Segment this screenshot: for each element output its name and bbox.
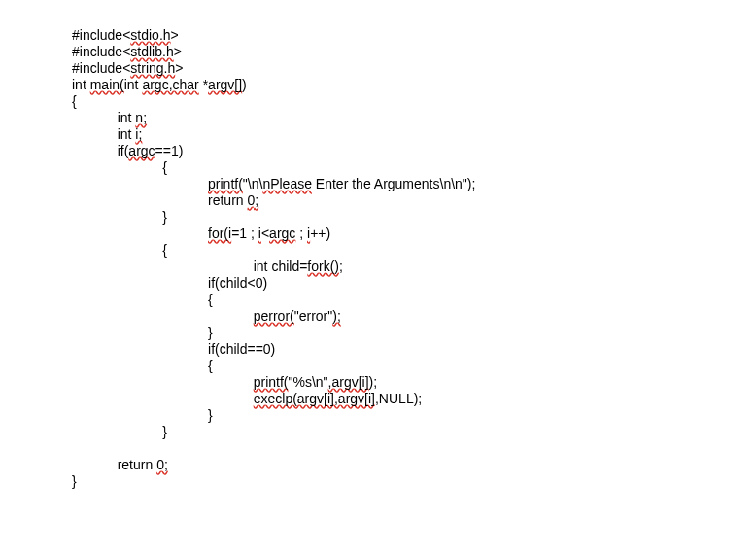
code-text: ) bbox=[242, 77, 247, 92]
code-text bbox=[72, 225, 208, 241]
code-text: } bbox=[72, 407, 213, 423]
spelling-underline: stdio.h bbox=[130, 27, 170, 43]
code-text bbox=[72, 176, 208, 191]
code-line: #include<stdlib.h> bbox=[72, 44, 756, 60]
code-text: int bbox=[72, 77, 86, 92]
code-text bbox=[72, 391, 254, 406]
code-text: int bbox=[124, 77, 139, 92]
spelling-underline: nPlease bbox=[262, 176, 312, 191]
code-text: { bbox=[72, 242, 167, 258]
spelling-underline: stdlib.h bbox=[130, 44, 173, 59]
code-line: int child=fork(); bbox=[72, 259, 756, 275]
code-text: } bbox=[72, 424, 167, 439]
code-text: #include< bbox=[72, 27, 130, 43]
code-text: return bbox=[72, 192, 248, 208]
code-text: int bbox=[72, 126, 131, 142]
spelling-underline: for(i bbox=[208, 225, 231, 241]
code-text: > bbox=[174, 44, 182, 59]
code-line: { bbox=[72, 242, 756, 259]
spelling-underline: fork() bbox=[307, 259, 339, 274]
code-line: } bbox=[72, 407, 756, 424]
code-line: { bbox=[72, 93, 756, 110]
code-line: } bbox=[72, 424, 756, 440]
spelling-underline: printf( bbox=[254, 374, 289, 390]
spelling-underline: printf( bbox=[208, 176, 243, 191]
code-line: int main(int argc,char *argv[]) bbox=[72, 77, 756, 93]
code-text: =1 ; bbox=[231, 225, 258, 241]
code-text: ; bbox=[295, 225, 307, 241]
code-line: return 0; bbox=[72, 457, 756, 473]
code-text: return bbox=[72, 457, 156, 472]
code-document: #include<stdio.h> #include<stdlib.h> #in… bbox=[0, 0, 756, 490]
code-line: execlp(argv[i],argv[i],NULL); bbox=[72, 391, 756, 407]
code-line: if(child==0) bbox=[72, 341, 756, 358]
code-text: { bbox=[72, 292, 213, 307]
code-line: if(child<0) bbox=[72, 275, 756, 292]
code-text: "\n\ bbox=[243, 176, 263, 191]
code-line: if(argc==1) bbox=[72, 143, 756, 159]
code-text: } bbox=[72, 473, 77, 489]
code-line: } bbox=[72, 325, 756, 341]
code-text: int bbox=[72, 110, 131, 125]
code-text: #include< bbox=[72, 44, 130, 59]
code-text: ,NULL); bbox=[375, 391, 422, 406]
code-text: { bbox=[72, 358, 213, 373]
code-text: ; bbox=[339, 259, 343, 274]
spelling-underline: main( bbox=[90, 77, 124, 92]
code-text: "error" bbox=[294, 308, 333, 324]
spelling-underline: argc,char bbox=[142, 77, 198, 92]
code-text: child= bbox=[268, 259, 308, 274]
code-text: > bbox=[171, 27, 179, 43]
code-text: #include< bbox=[72, 60, 130, 76]
code-line: { bbox=[72, 358, 756, 374]
code-text: Enter the Arguments\n\n"); bbox=[312, 176, 475, 191]
spelling-underline: ,argv[i] bbox=[328, 374, 369, 390]
spelling-underline: perror( bbox=[254, 308, 294, 324]
code-line: printf("%s\n",argv[i]); bbox=[72, 374, 756, 391]
code-line: #include<string.h> bbox=[72, 60, 756, 77]
spelling-underline: n; bbox=[135, 110, 147, 125]
spelling-underline: 0; bbox=[156, 457, 168, 472]
spelling-underline: argc bbox=[128, 143, 155, 158]
code-text: { bbox=[72, 93, 77, 109]
code-text: if( bbox=[72, 143, 128, 158]
spelling-underline: ); bbox=[332, 308, 341, 324]
code-text: "%s\n" bbox=[289, 374, 328, 390]
code-line: #include<stdio.h> bbox=[72, 27, 756, 44]
spelling-underline: argc bbox=[269, 225, 295, 241]
code-line: { bbox=[72, 292, 756, 308]
code-text: } bbox=[72, 325, 213, 340]
code-line: } bbox=[72, 209, 756, 225]
spelling-underline: i; bbox=[135, 126, 142, 142]
code-line: return 0; bbox=[72, 192, 756, 209]
spelling-underline: execlp(argv[i],argv[i] bbox=[254, 391, 375, 406]
code-text: { bbox=[72, 159, 167, 175]
code-line: for(i=1 ; i<argc ; i++) bbox=[72, 225, 756, 242]
code-text: * bbox=[199, 77, 208, 92]
code-text: } bbox=[72, 209, 167, 225]
code-line: int n; bbox=[72, 110, 756, 126]
code-line: printf("\n\nPlease Enter the Arguments\n… bbox=[72, 176, 756, 192]
code-text: ); bbox=[369, 374, 378, 390]
code-text: ++) bbox=[310, 225, 330, 241]
code-text bbox=[72, 308, 254, 324]
code-text: > bbox=[175, 60, 183, 76]
code-text: < bbox=[261, 225, 269, 241]
spelling-underline: 0; bbox=[248, 192, 259, 208]
code-text bbox=[72, 374, 254, 390]
spelling-underline: argv[] bbox=[208, 77, 242, 92]
code-text: ==1) bbox=[155, 143, 184, 158]
code-text: int bbox=[72, 259, 268, 274]
code-line: } bbox=[72, 473, 756, 490]
spelling-underline: string.h bbox=[130, 60, 175, 76]
code-line bbox=[72, 440, 756, 457]
code-line: int i; bbox=[72, 126, 756, 143]
code-line: { bbox=[72, 159, 756, 176]
code-text: if(child<0) bbox=[72, 275, 267, 291]
code-text bbox=[72, 440, 76, 456]
code-text: if(child==0) bbox=[72, 341, 275, 357]
code-line: perror("error"); bbox=[72, 308, 756, 325]
